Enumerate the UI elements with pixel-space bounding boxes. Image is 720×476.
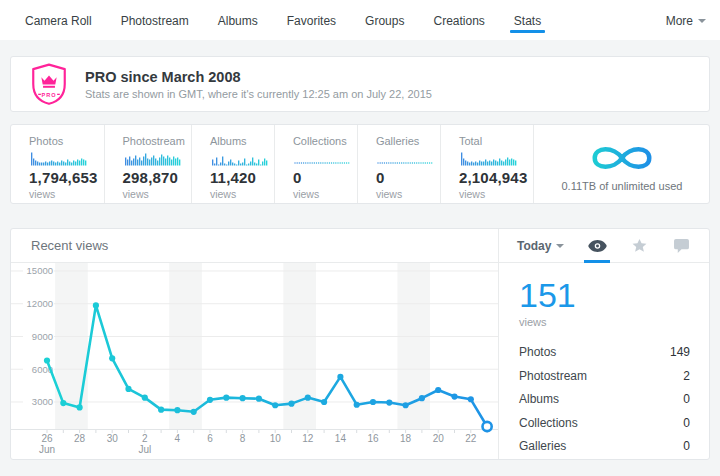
stat-card-galleries[interactable]: Galleries0views: [358, 125, 441, 203]
x-axis-label: 2: [142, 433, 148, 444]
x-axis-label: 26: [41, 433, 53, 444]
data-point-today[interactable]: [483, 422, 492, 431]
stat-label: Albums: [210, 135, 268, 147]
data-point[interactable]: [337, 374, 343, 380]
recent-views-chart-pane: Recent views 300060009000120001500026Jun…: [11, 229, 498, 459]
stat-value: 1,794,653: [29, 169, 98, 186]
stat-value: 298,870: [123, 169, 185, 186]
data-point[interactable]: [468, 396, 474, 402]
nav-item-photostream[interactable]: Photostream: [121, 0, 189, 40]
range-dropdown[interactable]: Today: [517, 229, 564, 262]
x-axis-label: 4: [175, 433, 181, 444]
data-point[interactable]: [109, 355, 115, 361]
breakdown-value: 0: [683, 416, 690, 430]
x-axis-month-label: Jun: [39, 444, 55, 455]
data-point[interactable]: [386, 399, 392, 405]
stat-value: 2,104,943: [459, 169, 528, 186]
sparkline-photos-icon: [29, 152, 87, 166]
data-point[interactable]: [142, 395, 148, 401]
data-point[interactable]: [370, 399, 376, 405]
nav-item-groups[interactable]: Groups: [365, 0, 404, 40]
data-point[interactable]: [158, 407, 164, 413]
nav-item-label: Camera Roll: [25, 14, 92, 28]
top-nav: Camera RollPhotostreamAlbumsFavoritesGro…: [0, 0, 720, 40]
data-point[interactable]: [240, 395, 246, 401]
data-point[interactable]: [223, 395, 229, 401]
x-axis-label: 12: [302, 433, 314, 444]
sparkline-total-icon: [459, 152, 517, 166]
data-point[interactable]: [60, 400, 66, 406]
stat-card-collections[interactable]: Collections0views: [275, 125, 358, 203]
x-axis-label: 16: [367, 433, 379, 444]
breakdown-label: Galleries: [519, 439, 566, 453]
x-axis-label: 14: [335, 433, 347, 444]
stat-unit: views: [293, 188, 351, 200]
x-axis-label: 6: [207, 433, 213, 444]
data-point[interactable]: [272, 402, 278, 408]
content: PRO PRO since March 2008 Stats are shown…: [0, 56, 720, 460]
nav-item-stats[interactable]: Stats: [514, 0, 541, 40]
data-point[interactable]: [77, 404, 83, 410]
breakdown-label: Collections: [519, 416, 578, 430]
data-point[interactable]: [403, 402, 409, 408]
infinity-icon: [585, 140, 659, 176]
total-views-unit: views: [519, 316, 690, 328]
recent-views-card: Recent views 300060009000120001500026Jun…: [10, 228, 710, 460]
tab-comments[interactable]: [660, 229, 702, 262]
star-icon: [632, 238, 647, 253]
pro-shield-icon: PRO: [31, 63, 67, 105]
breakdown-row-photos: Photos149: [519, 345, 690, 359]
daily-stats-panel: Today: [498, 229, 710, 459]
daily-stats-header: Today: [499, 229, 710, 263]
stat-card-photos[interactable]: Photos1,794,653views: [11, 125, 105, 203]
data-point[interactable]: [305, 395, 311, 401]
stat-card-photostream[interactable]: Photostream298,870views: [105, 125, 192, 203]
stat-card-albums[interactable]: Albums11,420views: [192, 125, 275, 203]
nav-item-favorites[interactable]: Favorites: [287, 0, 336, 40]
nav-items: Camera RollPhotostreamAlbumsFavoritesGro…: [25, 0, 570, 40]
x-axis-label: 30: [107, 433, 119, 444]
data-point[interactable]: [207, 397, 213, 403]
nav-item-creations[interactable]: Creations: [433, 0, 484, 40]
data-point[interactable]: [125, 386, 131, 392]
stat-value: 11,420: [210, 169, 268, 186]
breakdown-label: Photos: [519, 345, 556, 359]
data-point[interactable]: [191, 409, 197, 415]
recent-views-line-chart[interactable]: 300060009000120001500026Jun28302Jul46810…: [11, 263, 498, 459]
y-axis-label: 9000: [32, 331, 53, 342]
stat-unit: views: [459, 188, 528, 200]
stat-card-total[interactable]: Total2,104,943views: [441, 125, 535, 203]
x-axis-label: 20: [433, 433, 445, 444]
breakdown-value: 2: [683, 369, 690, 383]
breakdown-value: 0: [683, 392, 690, 406]
data-point[interactable]: [354, 402, 360, 408]
data-point[interactable]: [93, 302, 99, 308]
total-views-number: 151: [519, 277, 690, 313]
data-point[interactable]: [451, 393, 457, 399]
nav-item-label: Stats: [514, 14, 541, 28]
range-label: Today: [517, 239, 551, 253]
storage-panel: 0.11TB of unlimited used: [534, 125, 709, 203]
data-point[interactable]: [174, 407, 180, 413]
data-point[interactable]: [435, 387, 441, 393]
tab-views[interactable]: [576, 229, 618, 262]
data-point[interactable]: [419, 395, 425, 401]
breakdown-value: 149: [670, 345, 690, 359]
data-point[interactable]: [256, 396, 262, 402]
eye-icon: [588, 240, 607, 252]
stat-label: Photostream: [123, 135, 185, 147]
nav-item-albums[interactable]: Albums: [218, 0, 258, 40]
tab-favorites[interactable]: [618, 229, 660, 262]
x-axis-month-label: Jul: [138, 444, 151, 455]
nav-item-camera-roll[interactable]: Camera Roll: [25, 0, 92, 40]
nav-item-more[interactable]: More: [666, 0, 706, 40]
nav-item-label: Creations: [433, 14, 484, 28]
chevron-down-icon: [698, 19, 706, 23]
breakdown-rows: Photos149Photostream2Albums0Collections0…: [519, 345, 690, 453]
pro-text: PRO since March 2008 Stats are shown in …: [85, 69, 432, 100]
data-point[interactable]: [321, 399, 327, 405]
data-point[interactable]: [288, 401, 294, 407]
data-point[interactable]: [44, 357, 50, 363]
x-axis-label: 22: [465, 433, 477, 444]
sparkline-galleries-icon: [376, 152, 434, 166]
